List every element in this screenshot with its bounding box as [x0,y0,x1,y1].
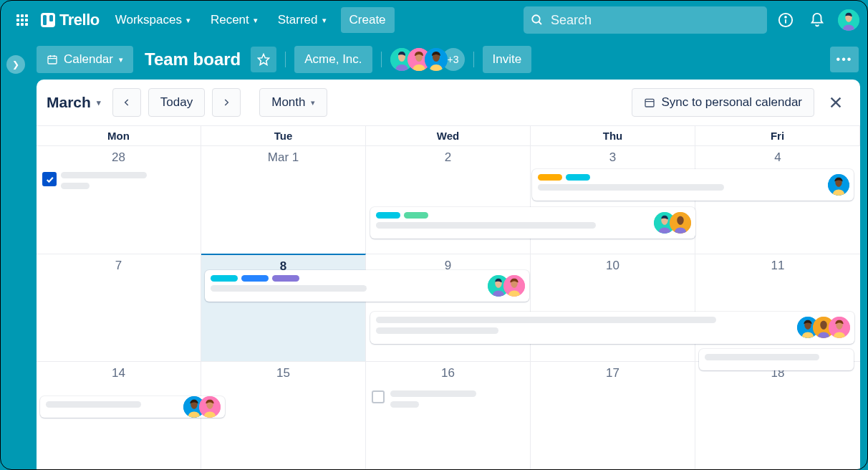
nav-recent[interactable]: Recent▾ [202,7,266,33]
chevron-left-icon [122,97,132,107]
nav-workspaces[interactable]: Workspaces▾ [107,7,199,33]
close-icon [828,95,844,110]
search-icon [531,14,544,27]
day-of-week-header: Tue [201,125,366,145]
calendar-icon [644,97,655,108]
calendar-cell[interactable]: 18 [695,361,860,469]
member-avatar[interactable] [425,48,448,71]
chevron-down-icon: ▾ [322,16,327,25]
card-unchecked[interactable] [372,390,524,412]
invite-button[interactable]: Invite [483,46,532,73]
svg-rect-14 [645,99,654,107]
board-menu-button[interactable]: ••• [830,47,859,72]
day-of-week-header: Wed [366,125,531,145]
card-member-avatar [670,212,691,234]
chevron-down-icon: ▾ [186,16,191,25]
star-board-button[interactable] [251,47,276,72]
card-label [404,212,428,219]
next-period-button[interactable] [212,88,241,117]
day-of-week-header: Thu [531,125,695,145]
calendar-cell[interactable]: 28 [37,145,201,254]
day-number: 4 [701,150,854,165]
calendar-grid: Mon Tue Wed Thu Fri 28 Mar 1 2 3 4 7 8 9… [37,125,860,469]
divider [381,52,382,67]
divider [473,52,474,67]
calendar-icon [47,54,58,65]
calendar-cell[interactable]: 15 [201,361,366,469]
calendar-cell[interactable]: 17 [531,361,695,469]
svg-line-1 [539,21,541,24]
day-number: Mar 1 [207,150,360,165]
card-label [241,275,269,282]
calendar-cell[interactable]: 16 [366,361,531,469]
calendar-card[interactable] [370,312,854,344]
svg-marker-10 [259,54,269,65]
day-of-week-header: Fri [695,125,860,145]
close-button[interactable] [821,88,850,117]
trello-logo[interactable]: Trello [41,11,100,29]
day-of-week-header: Mon [37,125,201,145]
calendar-toolbar: March▾ Today Month▾ Sync to personal cal… [37,80,860,125]
calendar-cell[interactable]: Mar 1 [201,145,366,254]
calendar-cell[interactable]: 7 [37,254,201,362]
global-search[interactable] [524,6,767,34]
create-button[interactable]: Create [341,7,395,33]
calendar-card[interactable] [699,349,854,370]
svg-point-0 [532,15,540,23]
card-label [538,174,562,181]
card-member-avatar [199,396,221,418]
chevron-down-icon: ▾ [119,55,123,64]
card-label [376,212,400,219]
sidebar-expand-button[interactable]: ❯ [6,55,25,74]
day-number: 10 [536,259,689,273]
day-number: 11 [701,259,854,273]
board-header: Calendar ▾ Team board Acme, Inc. +3 Invi… [31,39,867,80]
user-avatar[interactable] [836,7,862,33]
checkbox-unchecked-icon [372,390,385,403]
day-number: 15 [207,366,360,380]
card-label [566,174,590,181]
card-label [272,275,299,282]
star-icon [257,53,270,66]
chevron-down-icon: ▾ [311,98,315,107]
day-number: 2 [372,150,524,165]
chevron-down-icon: ▾ [254,16,258,25]
chevron-right-icon [221,97,231,107]
day-number: 7 [42,259,195,273]
chevron-down-icon: ▾ [97,98,101,107]
nav-starred[interactable]: Starred▾ [269,7,335,33]
svg-point-4 [785,16,786,18]
calendar-card[interactable] [532,169,854,201]
sync-calendar-button[interactable]: Sync to personal calendar [632,88,814,117]
prev-period-button[interactable] [112,88,141,117]
app-switcher-icon[interactable] [11,9,34,32]
calendar-cell[interactable]: 11 [695,254,860,362]
checkbox-checked-icon [42,172,57,186]
calendar-cell[interactable]: 10 [531,254,695,362]
calendar-view: March▾ Today Month▾ Sync to personal cal… [37,80,860,469]
day-number: 17 [536,366,689,380]
day-number: 16 [372,366,524,380]
calendar-card[interactable] [205,270,529,302]
svg-rect-6 [48,56,57,64]
board-title[interactable]: Team board [145,49,241,69]
global-header: Trello Workspaces▾ Recent▾ Starred▾ Crea… [1,1,867,39]
divider [285,52,286,67]
view-switcher[interactable]: Calendar ▾ [37,46,133,73]
range-selector[interactable]: Month▾ [259,88,327,117]
card-label [211,275,238,282]
card-checked[interactable] [42,172,195,193]
board-members[interactable]: +3 [390,48,465,71]
search-input[interactable] [551,13,760,28]
workspace-button[interactable]: Acme, Inc. [294,46,372,73]
notifications-icon[interactable] [804,7,830,33]
calendar-card[interactable] [40,396,226,418]
day-number: 28 [42,150,195,165]
day-number: 14 [42,366,195,380]
info-icon[interactable] [773,7,799,33]
calendar-card[interactable] [370,207,695,239]
today-button[interactable]: Today [148,88,205,117]
day-number: 3 [536,150,689,165]
month-selector[interactable]: March▾ [47,94,101,111]
card-member-avatar [503,275,525,297]
